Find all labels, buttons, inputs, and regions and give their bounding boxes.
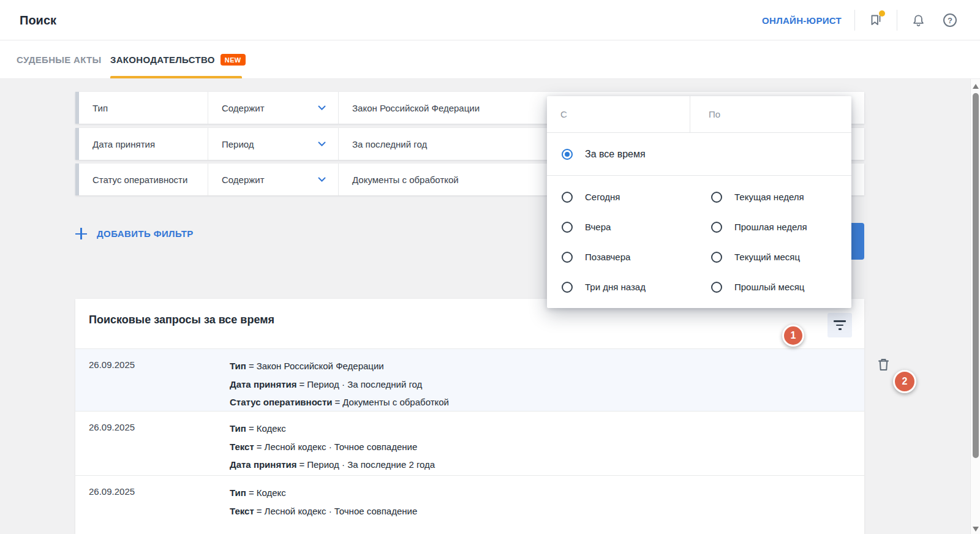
header-divider bbox=[854, 10, 855, 31]
help-glyph: ? bbox=[948, 16, 952, 25]
query-date: 26.09.2025 bbox=[75, 484, 230, 527]
criterion-value: Лесной кодекс · Точное совпадение bbox=[265, 442, 418, 452]
query-date: 26.09.2025 bbox=[75, 419, 230, 468]
chevron-down-icon bbox=[318, 141, 326, 146]
date-to-input[interactable] bbox=[690, 96, 851, 132]
radio-icon bbox=[562, 252, 573, 263]
query-criteria: Тип=Кодекс Текст=Лесной кодекс · Точное … bbox=[230, 419, 864, 468]
radio-icon bbox=[711, 222, 722, 233]
queries-filter-button[interactable] bbox=[827, 313, 852, 337]
radio-option-three-days-ago[interactable]: Три дня назад bbox=[562, 272, 711, 302]
equals-sign: = bbox=[299, 379, 304, 389]
criterion-value: Кодекс bbox=[257, 423, 286, 434]
radio-icon bbox=[711, 192, 722, 203]
delete-query-icon[interactable] bbox=[877, 358, 890, 372]
tab-court-acts[interactable]: СУДЕБНЫЕ АКТЫ bbox=[17, 40, 101, 78]
radio-icon bbox=[562, 282, 573, 293]
vertical-scrollbar[interactable] bbox=[970, 79, 980, 534]
criterion-value: Период · За последние 2 года bbox=[307, 459, 435, 470]
query-criteria: Тип=Кодекс Текст=Лесной кодекс · Точное … bbox=[230, 484, 864, 527]
equals-sign: = bbox=[335, 397, 341, 407]
radio-option-day-before-yesterday[interactable]: Позавчера bbox=[562, 242, 711, 272]
criterion-label: Статус оперативности bbox=[230, 397, 333, 407]
criterion-label: Текст bbox=[230, 506, 254, 516]
radio-option-current-month[interactable]: Текущий месяц bbox=[711, 242, 851, 272]
radio-option-last-week[interactable]: Прошлая неделя bbox=[711, 212, 851, 242]
radio-option-today[interactable]: Сегодня bbox=[562, 182, 711, 212]
page-title: Поиск bbox=[20, 0, 56, 40]
radio-label: Текущая неделя bbox=[734, 192, 804, 202]
add-filter-button[interactable]: ДОБАВИТЬ ФИЛЬТР bbox=[75, 228, 194, 239]
header-divider bbox=[897, 10, 897, 31]
badge-number: 2 bbox=[902, 376, 908, 387]
filter-operator-select[interactable]: Содержит bbox=[208, 164, 339, 195]
criterion-label: Тип bbox=[230, 361, 246, 371]
radio-icon bbox=[562, 222, 573, 233]
radio-label: Позавчера bbox=[585, 252, 630, 262]
top-header: Поиск ОНЛАЙН-ЮРИСТ ? bbox=[0, 0, 980, 40]
bookmark-icon[interactable] bbox=[868, 12, 884, 28]
radio-option-last-month[interactable]: Прошлый месяц bbox=[711, 272, 851, 302]
period-popover: За все время Сегодня Текущая неделя Вчер… bbox=[547, 96, 851, 308]
radio-option-all-time[interactable]: За все время bbox=[547, 133, 851, 176]
badge-number: 1 bbox=[791, 330, 796, 341]
query-criteria: Тип=Закон Российской Федерации Дата прин… bbox=[230, 357, 864, 404]
scroll-down-arrow[interactable] bbox=[973, 527, 979, 532]
tab-legislation[interactable]: ЗАКОНОДАТЕЛЬСТВО NEW bbox=[110, 40, 246, 78]
radio-icon bbox=[562, 192, 573, 203]
equals-sign: = bbox=[257, 442, 262, 452]
online-lawyer-link[interactable]: ОНЛАЙН-ЮРИСТ bbox=[762, 15, 842, 26]
annotation-badge-2: 2 bbox=[893, 370, 916, 393]
annotation-badge-1: 1 bbox=[782, 325, 804, 347]
new-badge: NEW bbox=[221, 54, 246, 66]
filter-field[interactable]: Статус оперативности bbox=[75, 164, 208, 195]
query-row[interactable]: 26.09.2025 Тип=Кодекс Текст=Лесной кодек… bbox=[75, 476, 864, 534]
radio-option-yesterday[interactable]: Вчера bbox=[562, 212, 711, 242]
query-row[interactable]: 26.09.2025 Тип=Кодекс Текст=Лесной кодек… bbox=[75, 412, 864, 476]
criterion-label: Дата принятия bbox=[230, 459, 296, 470]
criterion-value: Кодекс bbox=[257, 487, 286, 498]
notification-dot bbox=[879, 10, 885, 17]
radio-icon bbox=[711, 252, 722, 263]
chevron-down-icon bbox=[318, 105, 326, 110]
filter-operator-select[interactable]: Содержит bbox=[208, 92, 339, 124]
active-tab-underline bbox=[110, 76, 242, 78]
criterion-label: Тип bbox=[230, 487, 246, 498]
search-queries-card: Поисковые запросы за все время 26.09.202… bbox=[75, 299, 864, 534]
filter-operator-value: Содержит bbox=[222, 103, 265, 113]
equals-sign: = bbox=[249, 423, 254, 434]
app-root: Поиск ОНЛАЙН-ЮРИСТ ? bbox=[0, 0, 980, 534]
criterion-label: Тип bbox=[230, 423, 246, 434]
header-actions: ОНЛАЙН-ЮРИСТ ? bbox=[762, 0, 958, 40]
radio-label: За все время bbox=[585, 149, 646, 160]
filter-field[interactable]: Тип bbox=[75, 92, 208, 124]
criterion-label: Текст bbox=[230, 442, 254, 452]
query-row[interactable]: 26.09.2025 Тип=Закон Российской Федераци… bbox=[75, 349, 864, 412]
date-from-input[interactable] bbox=[547, 96, 690, 132]
bell-icon[interactable] bbox=[910, 12, 926, 28]
help-icon[interactable]: ? bbox=[942, 12, 958, 28]
radio-label: Прошлая неделя bbox=[734, 222, 807, 232]
radio-label: Текущий месяц bbox=[734, 252, 800, 262]
equals-sign: = bbox=[257, 506, 262, 516]
radio-label: Прошлый месяц bbox=[734, 282, 804, 292]
search-queries-title: Поисковые запросы за все время bbox=[89, 314, 274, 326]
radio-label: Вчера bbox=[585, 222, 611, 232]
filter-operator-select[interactable]: Период bbox=[208, 128, 339, 160]
scroll-up-arrow[interactable] bbox=[973, 84, 979, 89]
radio-icon bbox=[711, 282, 722, 293]
period-options-grid: Сегодня Текущая неделя Вчера Прошлая нед… bbox=[547, 176, 851, 302]
equals-sign: = bbox=[299, 459, 304, 470]
tab-label: СУДЕБНЫЕ АКТЫ bbox=[17, 55, 101, 65]
equals-sign: = bbox=[249, 487, 254, 498]
filter-lines-icon bbox=[834, 320, 846, 330]
chevron-down-icon bbox=[318, 177, 326, 182]
date-range-inputs bbox=[547, 96, 851, 133]
criterion-value: Лесной кодекс · Точное совпадение bbox=[265, 506, 418, 516]
radio-option-current-week[interactable]: Текущая неделя bbox=[711, 182, 851, 212]
scrollbar-thumb[interactable] bbox=[973, 93, 979, 458]
criterion-label: Дата принятия bbox=[230, 379, 296, 389]
tab-label: ЗАКОНОДАТЕЛЬСТВО bbox=[110, 55, 215, 65]
filter-field[interactable]: Дата принятия bbox=[75, 128, 208, 160]
criterion-value: Документы с обработкой bbox=[342, 397, 449, 407]
